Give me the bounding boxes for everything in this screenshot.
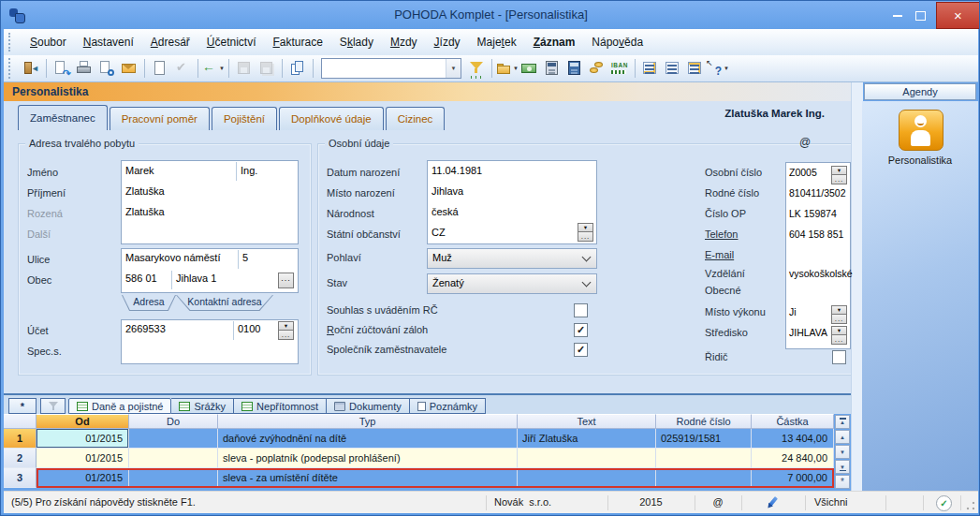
menu-item-1[interactable]: Nastavení [75,32,142,52]
checkbox-1[interactable]: ✓ [574,323,588,337]
checkbox-2[interactable]: ✓ [574,343,588,357]
right-value-1[interactable]: 810411/3502 [789,187,846,199]
menu-item-2[interactable]: Adresář [142,32,198,52]
dropdown-caret-icon[interactable]: ▼ [724,66,729,71]
stav-combobox[interactable]: Ženatý [427,273,597,294]
coins-icon[interactable] [586,57,608,80]
new-record-icon[interactable] [149,57,171,80]
search-combobox[interactable]: ▼ [321,58,461,79]
cell-castka-row1[interactable]: 13 404,00 [752,429,834,449]
tab-3[interactable]: Doplňkové údaje [279,107,384,130]
right-value-2[interactable]: LK 159874 [789,208,837,219]
copy-icon[interactable] [286,57,309,80]
column-header-Od[interactable]: Od [37,414,129,429]
cell-castka-row2[interactable]: 24 840,00 [752,449,834,468]
cell-num-row2[interactable]: 2 [4,449,37,468]
report-summary-icon[interactable] [639,57,662,80]
report-list-icon[interactable] [662,57,684,80]
right-value-8[interactable]: JIHLAVA [789,327,827,338]
column-header-Typ[interactable]: Typ [218,414,518,429]
status-filter[interactable]: Všichni [814,496,847,508]
cell-rodne_cislo-row1[interactable]: 025919/1581 [656,429,752,449]
right-spin-7-dropdown-icon[interactable]: ▼ [831,305,847,315]
print-icon[interactable] [73,57,95,80]
jmeno-value[interactable]: Marek [125,165,154,176]
cell-do-row1[interactable] [129,429,218,449]
cell-od-row1[interactable]: 01/2015 [37,429,129,449]
cell-rodne_cislo-row2[interactable] [656,449,752,468]
menu-item-8[interactable]: Majetek [469,32,525,52]
detail-tab-2[interactable]: Nepřítomnost [234,398,327,414]
cell-text-row1[interactable]: Jiří Zlatuška [518,429,656,449]
menu-item-9[interactable]: Záznam [525,32,584,52]
personalistika-agenda-icon[interactable] [899,110,943,151]
obec-value[interactable]: Jihlava 1 [176,273,216,284]
edit-pen-icon[interactable] [767,496,779,509]
agendy-header-button[interactable]: Agendy [864,83,976,100]
narodnost-value[interactable]: česká [431,206,459,217]
new-detail-row-button[interactable]: * [8,398,37,414]
right-value-5[interactable]: vysokoškolské [789,268,853,279]
obcanstvi-dropdown-icon[interactable]: ▼ [578,223,593,232]
right-spin-8-dropdown-icon[interactable]: ▼ [831,326,847,335]
cell-rodne_cislo-row3[interactable] [656,468,752,488]
tab-0[interactable]: Zaměstnanec [18,105,108,130]
detail-tab-4[interactable]: Poznámky [410,398,486,414]
cislo-popisne-value[interactable]: 5 [242,252,248,263]
cell-do-row3[interactable] [129,468,218,488]
back-icon[interactable]: ▼ [202,57,225,80]
calculator-icon[interactable] [541,57,563,80]
detail-filter-button[interactable] [40,398,66,414]
maximize-button[interactable] [911,8,929,22]
scroll-first-button[interactable]: ▲ [835,415,850,429]
right-spin-7[interactable]: ▼... [831,305,847,324]
cell-text-row2[interactable] [518,449,656,468]
right-spin-0-lookup-icon[interactable]: ... [831,175,847,184]
search-dropdown-icon[interactable]: ▼ [446,59,461,78]
personalistika-agenda-label[interactable]: Personalistika [862,155,978,166]
status-company[interactable]: Novák s.r.o. [494,496,551,508]
column-header-gutter[interactable] [4,414,37,429]
scroll-down-button[interactable]: ▼ [835,445,850,459]
obcanstvi-lookup-icon[interactable]: ... [578,232,593,242]
context-help-icon[interactable]: ▼ [707,57,729,80]
tab-2[interactable]: Pojištění [212,107,277,130]
address-subtab-1[interactable]: Kontaktní adresa [176,295,273,311]
column-header-Částka[interactable]: Částka [752,414,834,429]
right-spin-0[interactable]: ▼... [831,166,847,184]
cell-text-row3[interactable] [518,468,656,488]
right-label-3[interactable]: Telefon [705,229,738,240]
right-value-3[interactable]: 604 158 851 [789,229,843,240]
print-preview-icon[interactable] [95,57,118,80]
right-spin-7-lookup-icon[interactable]: ... [831,315,847,324]
menu-item-3[interactable]: Účetnictví [198,32,265,52]
scroll-last-button[interactable]: ▼ [835,460,850,474]
misto-narozeni-value[interactable]: Jihlava [431,185,463,197]
menu-item-4[interactable]: Fakturace [264,32,330,52]
pohlavi-combobox[interactable]: Muž [427,248,597,269]
cell-typ-row3[interactable]: sleva - za umístění dítěte [218,468,518,488]
banka-dropdown-icon[interactable]: ▼ [278,321,294,331]
documents-folder-icon[interactable]: ▼ [496,57,519,80]
scroll-new-row-button[interactable]: * [835,475,850,489]
right-label-4[interactable]: E-mail [705,249,734,260]
tab-1[interactable]: Pracovní poměr [110,107,210,130]
exit-icon[interactable] [20,57,42,80]
cell-castka-row3[interactable]: 7 000,00 [752,468,834,488]
status-email-indicator[interactable]: @ [695,496,741,508]
right-spin-8-lookup-icon[interactable]: ... [831,335,847,345]
cell-od-row3[interactable]: 01/2015 [37,468,129,488]
ulice-value[interactable]: Masarykovo náměstí [125,252,220,263]
open-record-icon[interactable] [51,57,73,80]
right-checkbox-9[interactable] [832,350,846,364]
cell-od-row2[interactable]: 01/2015 [37,449,129,468]
banka-value[interactable]: 0100 [238,323,260,334]
detail-tab-0[interactable]: Daně a pojistné [68,398,171,414]
report-note-icon[interactable] [684,57,707,80]
scroll-up-button[interactable]: ▲ [835,430,850,444]
banka-lookup-icon[interactable]: ... [278,331,294,340]
filter-icon[interactable] [465,57,488,80]
right-spin-0-dropdown-icon[interactable]: ▼ [831,166,847,175]
address-subtab-0[interactable]: Adresa [122,295,176,311]
prijmeni-value[interactable]: Zlatuška [125,185,165,197]
